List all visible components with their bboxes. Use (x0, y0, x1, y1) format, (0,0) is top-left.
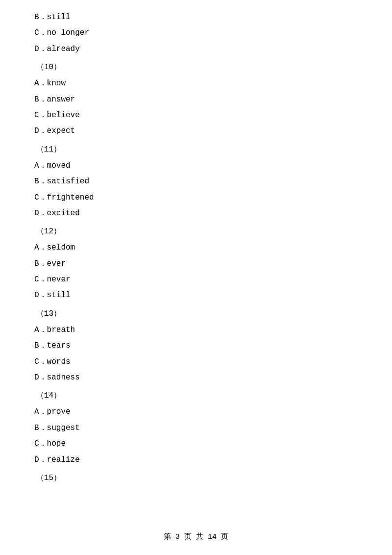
answer-item: C．believe (34, 108, 358, 123)
question-number: （10） (34, 59, 358, 75)
answer-item: C．hope (34, 436, 358, 451)
answer-label: C．believe (34, 111, 80, 120)
answer-label: D．realize (34, 455, 80, 464)
answer-label: C．frightened (34, 193, 94, 202)
answer-label: A．seldom (34, 243, 75, 252)
answer-label: D．expect (34, 126, 75, 135)
answer-item: D．still (34, 288, 358, 303)
question-number: （12） (34, 224, 358, 239)
answer-item: A．seldom (34, 240, 358, 255)
answer-label: C．never (34, 275, 71, 284)
answer-label: B．suggest (34, 424, 80, 432)
question-number: （13） (34, 306, 358, 322)
question-number: （15） (34, 470, 358, 486)
answer-label: A．prove (34, 407, 71, 416)
answer-label: B．still (34, 13, 71, 22)
answer-label: D．sadness (34, 373, 80, 382)
answer-item: D．realize (34, 453, 358, 467)
answer-label: D．already (34, 45, 80, 53)
answer-item: D．expect (34, 124, 358, 138)
answer-item: B．answer (34, 92, 358, 107)
question-number: （11） (34, 142, 358, 157)
answer-item: D．excited (34, 206, 358, 221)
answer-item: B．still (34, 10, 358, 25)
answer-label: B．tears (34, 341, 71, 350)
answer-label: B．ever (34, 259, 66, 268)
answer-item: C．never (34, 272, 358, 287)
main-content: B．stillC．no longerD．already（10）A．knowB．a… (0, 0, 392, 516)
answer-item: B．ever (34, 256, 358, 271)
page-footer: 第 3 页 共 14 页 (0, 532, 392, 541)
answer-item: A．know (34, 76, 358, 91)
answer-item: A．prove (34, 404, 358, 419)
answer-item: C．words (34, 354, 358, 369)
answer-item: D．already (34, 42, 358, 56)
answer-label: C．no longer (34, 28, 89, 37)
answer-item: B．tears (34, 338, 358, 353)
answer-label: D．excited (34, 209, 80, 218)
answer-item: C．no longer (34, 25, 358, 40)
answer-item: A．breath (34, 323, 358, 337)
answer-item: C．frightened (34, 190, 358, 205)
answer-item: D．sadness (34, 370, 358, 385)
answer-label: C．hope (34, 439, 66, 448)
answer-label: B．answer (34, 95, 75, 104)
answer-item: A．moved (34, 158, 358, 173)
answer-label: C．words (34, 357, 71, 366)
question-number: （14） (34, 388, 358, 404)
answer-label: B．satisfied (34, 177, 89, 186)
answer-label: D．still (34, 291, 71, 300)
answer-label: A．know (34, 79, 66, 88)
answer-label: A．breath (34, 326, 75, 334)
answer-item: B．suggest (34, 421, 358, 435)
answer-label: A．moved (34, 161, 71, 170)
answer-item: B．satisfied (34, 174, 358, 189)
